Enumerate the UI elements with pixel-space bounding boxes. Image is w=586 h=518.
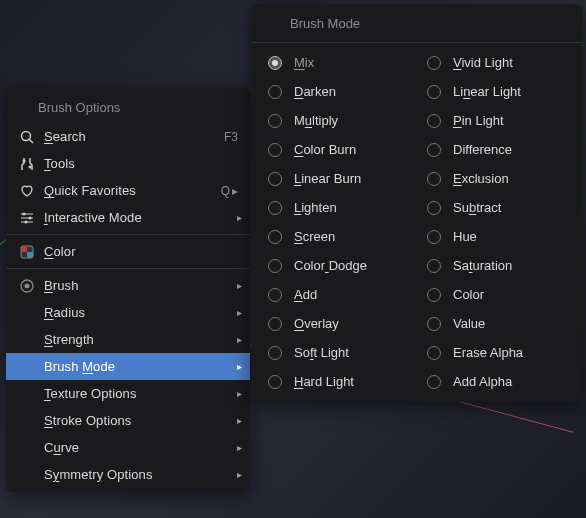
mode-screen[interactable]: Screen: [258, 222, 417, 251]
radio-icon: [268, 201, 282, 215]
shortcut: Q▸: [221, 184, 240, 198]
menu-item-label: Radius: [38, 305, 240, 320]
radio-label: Color: [441, 287, 484, 302]
brush-mode-submenu[interactable]: Brush Mode▸: [6, 353, 250, 380]
divider: [6, 234, 250, 235]
tools-icon: [16, 156, 38, 172]
mode-exclusion[interactable]: Exclusion: [417, 164, 576, 193]
svg-rect-12: [27, 252, 33, 258]
mode-soft-light[interactable]: Soft Light: [258, 338, 417, 367]
brush-icon: [16, 278, 38, 294]
radio-icon: [268, 346, 282, 360]
radio-icon: [427, 85, 441, 99]
chevron-right-icon: ▸: [237, 361, 242, 372]
mode-erase-alpha[interactable]: Erase Alpha: [417, 338, 576, 367]
mode-vivid-light[interactable]: Vivid Light: [417, 48, 576, 77]
radio-icon: [268, 85, 282, 99]
radio-icon: [427, 259, 441, 273]
shortcut: F3: [224, 130, 240, 144]
svg-rect-11: [21, 246, 27, 252]
menu-item-label: Strength: [38, 332, 240, 347]
menu-item-label: Curve: [38, 440, 240, 455]
search-icon: [16, 129, 38, 145]
menu-item-label: Brush Mode: [38, 359, 240, 374]
menu-item-label: Search: [38, 129, 224, 144]
mode-linear-burn[interactable]: Linear Burn: [258, 164, 417, 193]
radio-label: Color Dodge: [282, 258, 367, 273]
radio-label: Linear Light: [441, 84, 521, 99]
menu-item-label: Symmetry Options: [38, 467, 240, 482]
curve-submenu[interactable]: Curve▸: [6, 434, 250, 461]
radio-icon: [268, 143, 282, 157]
radio-label: Saturation: [441, 258, 512, 273]
menu-item-label: Texture Options: [38, 386, 240, 401]
mode-value[interactable]: Value: [417, 309, 576, 338]
texture-options-submenu[interactable]: Texture Options▸: [6, 380, 250, 407]
favorites-item[interactable]: Quick FavoritesQ▸: [6, 177, 250, 204]
divider: [252, 42, 582, 43]
chevron-right-icon: ▸: [237, 280, 242, 291]
radio-label: Value: [441, 316, 485, 331]
radio-label: Color Burn: [282, 142, 356, 157]
radio-label: Soft Light: [282, 345, 349, 360]
menu-item-label: Color: [38, 244, 240, 259]
menu-item-label: Stroke Options: [38, 413, 240, 428]
heart-icon: [16, 183, 38, 199]
menu-item-label: Tools: [38, 156, 240, 171]
chevron-right-icon: ▸: [237, 442, 242, 453]
mode-color[interactable]: Color: [417, 280, 576, 309]
radio-icon: [427, 230, 441, 244]
mode-add-alpha[interactable]: Add Alpha: [417, 367, 576, 396]
mode-linear-light[interactable]: Linear Light: [417, 77, 576, 106]
sliders-icon: [16, 210, 38, 226]
strength-submenu[interactable]: Strength▸: [6, 326, 250, 353]
tools-item[interactable]: Tools: [6, 150, 250, 177]
radio-label: Lighten: [282, 200, 337, 215]
mode-add[interactable]: Add: [258, 280, 417, 309]
mode-lighten[interactable]: Lighten: [258, 193, 417, 222]
svg-point-9: [25, 220, 28, 223]
radio-label: Pin Light: [441, 113, 504, 128]
radio-icon: [427, 143, 441, 157]
mode-hue[interactable]: Hue: [417, 222, 576, 251]
svg-point-8: [29, 216, 32, 219]
mode-pin-light[interactable]: Pin Light: [417, 106, 576, 135]
mode-difference[interactable]: Difference: [417, 135, 576, 164]
stroke-options-submenu[interactable]: Stroke Options▸: [6, 407, 250, 434]
mode-multiply[interactable]: Multiply: [258, 106, 417, 135]
interactive-mode-item[interactable]: Interactive Mode▸: [6, 204, 250, 231]
radio-label: Hue: [441, 229, 477, 244]
chevron-right-icon: ▸: [237, 469, 242, 480]
radio-label: Vivid Light: [441, 55, 513, 70]
radio-icon: [427, 317, 441, 331]
radius-submenu[interactable]: Radius▸: [6, 299, 250, 326]
radio-label: Hard Light: [282, 374, 354, 389]
mode-overlay[interactable]: Overlay: [258, 309, 417, 338]
search-item[interactable]: SearchF3: [6, 123, 250, 150]
chevron-right-icon: ▸: [237, 212, 242, 223]
mode-saturation[interactable]: Saturation: [417, 251, 576, 280]
svg-point-14: [25, 283, 30, 288]
radio-label: Overlay: [282, 316, 339, 331]
radio-icon: [427, 375, 441, 389]
radio-icon: [268, 230, 282, 244]
radio-icon: [268, 114, 282, 128]
mode-color-dodge[interactable]: Color Dodge: [258, 251, 417, 280]
mode-color-burn[interactable]: Color Burn: [258, 135, 417, 164]
radio-icon: [268, 172, 282, 186]
svg-point-7: [23, 212, 26, 215]
radio-icon: [427, 114, 441, 128]
color-item[interactable]: Color: [6, 238, 250, 265]
symmetry-options-submenu[interactable]: Symmetry Options▸: [6, 461, 250, 488]
mode-darken[interactable]: Darken: [258, 77, 417, 106]
mode-mix[interactable]: Mix: [258, 48, 417, 77]
radio-label: Difference: [441, 142, 512, 157]
brush-submenu[interactable]: Brush▸: [6, 272, 250, 299]
radio-label: Add: [282, 287, 317, 302]
radio-label: Multiply: [282, 113, 338, 128]
mode-subtract[interactable]: Subtract: [417, 193, 576, 222]
radio-icon: [268, 317, 282, 331]
chevron-right-icon: ▸: [237, 307, 242, 318]
radio-label: Exclusion: [441, 171, 509, 186]
mode-hard-light[interactable]: Hard Light: [258, 367, 417, 396]
